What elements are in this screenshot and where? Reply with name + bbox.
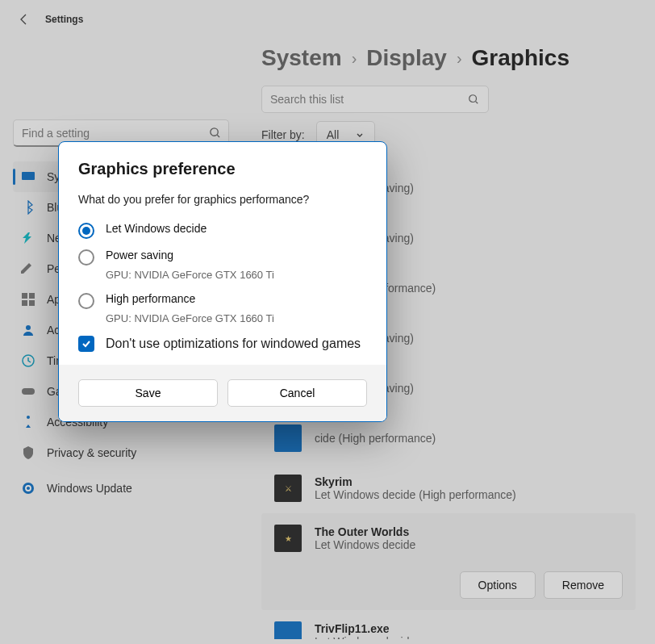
checkbox-icon <box>78 336 94 352</box>
privacy-icon <box>21 445 35 460</box>
app-icon <box>274 424 302 452</box>
svg-rect-5 <box>29 300 35 306</box>
dialog-question: What do you prefer for graphics performa… <box>78 193 367 206</box>
nav-label: Privacy & security <box>47 446 136 459</box>
nav-label: Windows Update <box>47 482 132 495</box>
system-icon <box>21 169 35 184</box>
checkbox-windowed-optimizations[interactable]: Don't use optimizations for windowed gam… <box>78 336 367 352</box>
app-icon <box>274 621 302 639</box>
app-row[interactable]: ⚔SkyrimLet Windows decide (High performa… <box>261 463 636 513</box>
search-list-input[interactable] <box>261 86 489 113</box>
remove-button[interactable]: Remove <box>544 571 623 599</box>
radio-icon <box>78 223 94 239</box>
radio-high-performance[interactable]: High performance <box>78 287 367 314</box>
svg-point-0 <box>211 128 218 136</box>
radio-sublabel: GPU: NVIDIA GeForce GTX 1660 Ti <box>106 269 367 281</box>
svg-point-6 <box>26 325 31 330</box>
search-icon <box>209 127 221 139</box>
app-sub: Let Windows decide <box>315 538 415 551</box>
chevron-down-icon <box>355 130 365 140</box>
svg-rect-1 <box>22 172 35 180</box>
search-icon <box>468 94 479 105</box>
svg-point-10 <box>23 483 34 494</box>
time-icon <box>21 353 35 368</box>
radio-label: Let Windows decide <box>106 222 207 235</box>
radio-label: Power saving <box>106 249 173 261</box>
app-name: The Outer Worlds <box>315 525 415 538</box>
dialog-title: Graphics preference <box>78 160 367 178</box>
gaming-icon <box>21 384 35 399</box>
network-icon <box>21 231 35 245</box>
app-sub: cide (High performance) <box>315 432 436 445</box>
app-icon: ⚔ <box>274 475 302 502</box>
breadcrumb-graphics: Graphics <box>472 45 569 71</box>
accounts-icon <box>21 323 35 337</box>
filter-label: Filter by: <box>261 128 305 141</box>
personalization-icon <box>21 261 35 276</box>
checkbox-label: Don't use optimizations for windowed gam… <box>106 337 361 351</box>
back-icon[interactable] <box>18 13 31 26</box>
chevron-right-icon: › <box>457 49 462 68</box>
breadcrumb-display[interactable]: Display <box>366 45 447 71</box>
apps-icon <box>21 292 35 307</box>
nav-windows-update[interactable]: Windows Update <box>13 473 229 504</box>
radio-icon <box>78 293 94 309</box>
accessibility-icon <box>21 415 35 429</box>
window-title: Settings <box>45 14 83 25</box>
svg-rect-2 <box>22 293 27 299</box>
options-button[interactable]: Options <box>460 571 536 599</box>
radio-let-windows-decide[interactable]: Let Windows decide <box>78 217 367 244</box>
breadcrumb: System › Display › Graphics <box>261 45 636 71</box>
app-row[interactable]: TrivFlip11.exeLet Windows decide <box>261 610 636 639</box>
app-name: TrivFlip11.exe <box>315 622 415 635</box>
breadcrumb-system[interactable]: System <box>261 45 342 71</box>
save-button[interactable]: Save <box>78 379 218 407</box>
svg-point-11 <box>469 95 477 102</box>
window-header: Settings <box>0 0 655 31</box>
bluetooth-icon <box>21 200 35 215</box>
radio-power-saving[interactable]: Power saving <box>78 244 367 270</box>
radio-sublabel: GPU: NVIDIA GeForce GTX 1660 Ti <box>106 312 367 324</box>
filter-value: All <box>327 128 340 141</box>
cancel-button[interactable]: Cancel <box>227 379 367 407</box>
radio-label: High performance <box>106 292 195 305</box>
svg-rect-3 <box>29 293 35 299</box>
graphics-preference-dialog: Graphics preference What do you prefer f… <box>58 141 387 422</box>
app-name: Skyrim <box>315 475 516 488</box>
chevron-right-icon: › <box>352 49 357 68</box>
radio-icon <box>78 249 94 266</box>
svg-rect-4 <box>22 300 27 306</box>
app-row-expanded[interactable]: ★The Outer WorldsLet Windows decide Opti… <box>261 513 636 610</box>
update-icon <box>21 481 35 496</box>
app-sub: Let Windows decide <box>315 635 415 639</box>
app-icon: ★ <box>274 525 302 552</box>
app-sub: Let Windows decide (High performance) <box>315 488 516 501</box>
svg-rect-8 <box>22 388 35 395</box>
svg-point-9 <box>27 416 30 419</box>
nav-privacy[interactable]: Privacy & security <box>13 437 229 468</box>
